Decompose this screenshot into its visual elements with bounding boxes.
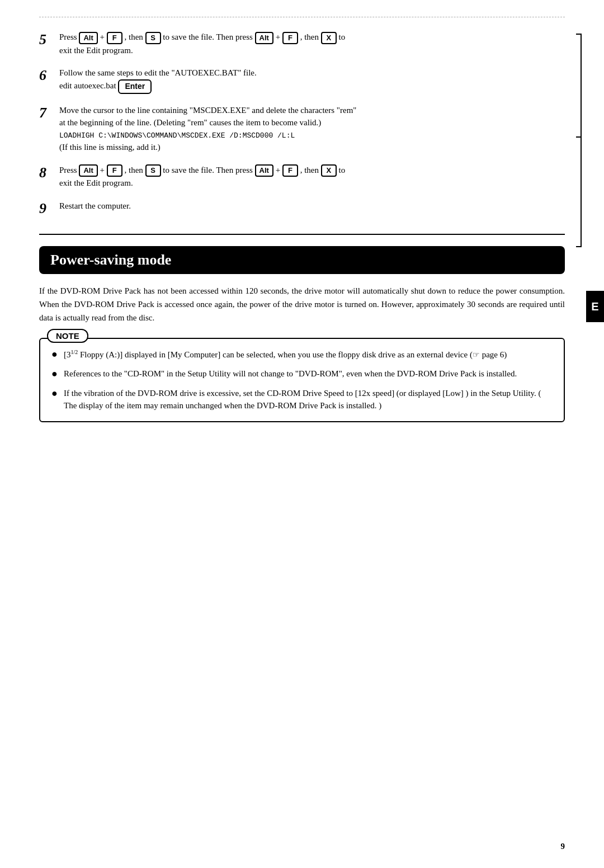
note-box: NOTE ● [31/2 Floppy (A:)] displayed in [… [39,338,565,422]
section-divider [39,234,565,235]
note-text-1: [31/2 Floppy (A:)] displayed in [My Comp… [64,348,553,361]
top-rule [39,17,565,17]
right-tab-e: E [586,291,604,322]
note-text-3: If the vibration of the DVD-ROM drive is… [64,387,553,412]
right-bracket-bot [576,246,582,247]
note-item-1: ● [31/2 Floppy (A:)] displayed in [My Co… [51,348,553,362]
step-8-then1: , then [124,166,145,174]
kbd-x-5: X [321,32,337,44]
note-text-2: References to the "CD-ROM" in the Setup … [64,367,553,380]
step-7-line3: LOADHIGH C:\WINDOWS\COMMAND\MSCDEX.EXE /… [59,130,565,141]
step-5-plus2: + [276,32,280,41]
step-8-save: to save the file. Then press [163,166,254,174]
step-8-plus1: + [100,166,105,174]
note-bullet-1: ● [51,347,62,362]
step-5-then1: , then [124,32,145,41]
step-6-line1: Follow the same steps to edit the "AUTOE… [59,67,565,79]
step-9: 9 Restart the computer. [39,200,565,217]
step-5: 5 Press Alt + F , then S to save the fil… [39,31,565,56]
step-8-content: Press Alt + F , then S to save the file.… [59,164,565,190]
right-bracket-top [576,34,582,35]
step-9-content: Restart the computer. [59,200,565,213]
step-7-line1: Move the cursor to the line containing "… [59,104,565,117]
note-item-2: ● References to the "CD-ROM" in the Setu… [51,367,553,381]
kbd-enter: Enter [118,79,152,94]
step-5-save: to save the file. Then press [163,32,254,41]
step-6-cmd: edit autoexec.bat [59,81,118,90]
power-saving-body: If the DVD-ROM Drive Pack has not been a… [39,284,565,324]
step-7-line4: (If this line is missing, add it.) [59,141,565,154]
step-5-number: 5 [39,31,57,48]
step-7-content: Move the cursor to the line containing "… [59,104,565,154]
step-5-content: Press Alt + F , then S to save the file.… [59,31,565,56]
step-6-line2: edit autoexec.bat Enter [59,79,565,94]
step-6: 6 Follow the same steps to edit the "AUT… [39,67,565,94]
kbd-alt-5b: Alt [255,32,273,44]
kbd-f-8a: F [107,164,122,177]
step-8-plus2: + [276,166,280,174]
note-bullet-2: ● [51,366,62,381]
kbd-f-8b: F [282,164,298,177]
step-8-number: 8 [39,164,57,181]
right-bracket-mid [576,136,582,138]
kbd-f-5a: F [107,32,122,44]
step-5-line1: Press Alt + F , then S to save the file.… [59,31,565,44]
kbd-s-8: S [145,164,161,177]
power-saving-section: Power-saving mode If the DVD-ROM Drive P… [39,246,565,324]
right-bracket-bar [572,34,582,246]
page-number: 9 [561,842,565,851]
step-9-line1: Restart the computer. [59,200,565,213]
kbd-alt-8b: Alt [255,164,273,177]
kbd-x-8: X [321,164,337,177]
step-5-then2: , then [300,32,321,41]
step-5-to: to [338,32,345,41]
note-bullet-3: ● [51,386,62,401]
note-item-3: ● If the vibration of the DVD-ROM drive … [51,387,553,412]
note-label: NOTE [47,329,88,343]
step-8-press: Press [59,166,79,174]
steps-section: 5 Press Alt + F , then S to save the fil… [39,31,565,217]
step-8-then2: , then [300,166,321,174]
step-8-line2: exit the Edit program. [59,177,565,190]
step-9-number: 9 [39,200,57,217]
step-5-text-press: Press [59,32,77,41]
step-6-number: 6 [39,67,57,84]
step-7-line2: at the beginning of the line. (Deleting … [59,116,565,129]
step-7-number: 7 [39,104,57,121]
step-6-content: Follow the same steps to edit the "AUTOE… [59,67,565,94]
kbd-alt-8: Alt [79,164,97,177]
step-8-line1: Press Alt + F , then S to save the file.… [59,164,565,177]
step-8: 8 Press Alt + F , then S to save the fil… [39,164,565,190]
right-tab-letter: E [591,300,598,313]
page: 5 Press Alt + F , then S to save the fil… [0,0,604,868]
step-5-plus1: + [100,32,105,41]
step-5-line2: exit the Edit program. [59,44,565,57]
kbd-f-5b: F [282,32,298,44]
step-8-to: to [338,166,345,174]
kbd-s-5: S [145,32,161,44]
kbd-alt-5: Alt [79,32,97,44]
step-7: 7 Move the cursor to the line containing… [39,104,565,154]
power-saving-title: Power-saving mode [39,246,565,274]
